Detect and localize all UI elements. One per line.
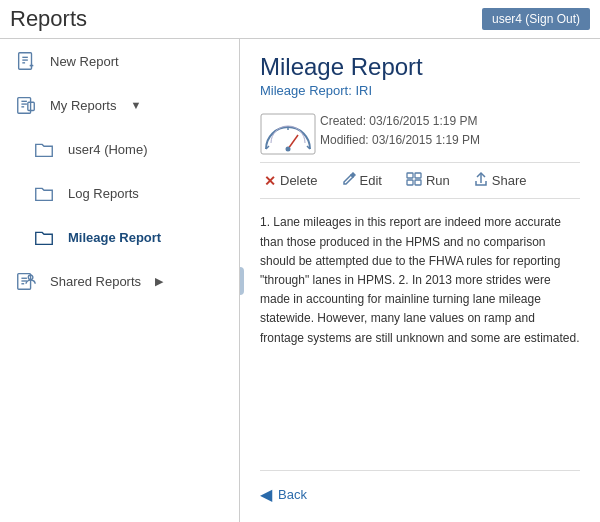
sidebar-item-user4-home[interactable]: user4 (Home) (0, 127, 239, 171)
top-header: Reports user4 (Sign Out) (0, 0, 600, 39)
svg-rect-24 (407, 180, 413, 185)
content-title: Mileage Report (260, 53, 580, 81)
sidebar-item-label: Mileage Report (68, 230, 161, 245)
svg-rect-23 (415, 173, 421, 178)
run-label: Run (426, 173, 450, 188)
modified-text: Modified: 03/16/2015 1:19 PM (320, 131, 480, 150)
sidebar-item-label: user4 (Home) (68, 142, 147, 157)
back-button[interactable]: ◀ Back (260, 481, 307, 508)
page-title: Reports (10, 6, 87, 32)
sidebar-item-my-reports[interactable]: My Reports ▼ (0, 83, 239, 127)
delete-button[interactable]: ✕ Delete (260, 171, 322, 191)
delete-icon: ✕ (264, 173, 276, 189)
sidebar-item-label: My Reports (50, 98, 116, 113)
back-btn-row: ◀ Back (260, 470, 580, 508)
back-label: Back (278, 487, 307, 502)
main-layout: New Report My Reports ▼ (0, 39, 600, 522)
edit-button[interactable]: Edit (338, 170, 386, 191)
shared-reports-icon (12, 267, 40, 295)
sidebar-item-label: Shared Reports (50, 274, 141, 289)
sidebar-item-label: New Report (50, 54, 119, 69)
sidebar-item-mileage-report[interactable]: Mileage Report (0, 215, 239, 259)
my-reports-icon (12, 91, 40, 119)
collapse-handle[interactable]: ‹ (240, 267, 244, 295)
new-report-icon (12, 47, 40, 75)
speedometer-icon (260, 113, 308, 149)
meta-text: Created: 03/16/2015 1:19 PM Modified: 03… (320, 112, 480, 150)
content-area: ‹ Mileage Report Mileage Report: IRI (240, 39, 600, 522)
content-subtitle: Mileage Report: IRI (260, 83, 580, 98)
sidebar: New Report My Reports ▼ (0, 39, 240, 522)
sign-out-button[interactable]: user4 (Sign Out) (482, 8, 590, 30)
back-chevron-icon: ◀ (260, 485, 272, 504)
description-text: 1. Lane mileages in this report are inde… (260, 213, 580, 347)
sidebar-item-shared-reports[interactable]: Shared Reports ▶ (0, 259, 239, 303)
sidebar-item-label: Log Reports (68, 186, 139, 201)
edit-icon (342, 172, 356, 189)
run-icon (406, 172, 422, 189)
share-label: Share (492, 173, 527, 188)
chevron-right-icon: ▶ (155, 275, 163, 288)
edit-label: Edit (360, 173, 382, 188)
sidebar-item-new-report[interactable]: New Report (0, 39, 239, 83)
svg-line-19 (288, 135, 298, 149)
share-button[interactable]: Share (470, 169, 531, 192)
folder-icon (30, 135, 58, 163)
delete-label: Delete (280, 173, 318, 188)
sidebar-item-log-reports[interactable]: Log Reports (0, 171, 239, 215)
share-icon (474, 171, 488, 190)
meta-row: Created: 03/16/2015 1:19 PM Modified: 03… (260, 112, 580, 150)
folder-icon (30, 223, 58, 251)
chevron-down-icon: ▼ (130, 99, 141, 111)
svg-rect-22 (407, 173, 413, 178)
folder-icon (30, 179, 58, 207)
run-button[interactable]: Run (402, 170, 454, 191)
action-bar: ✕ Delete Edit (260, 162, 580, 199)
created-text: Created: 03/16/2015 1:19 PM (320, 112, 480, 131)
svg-point-20 (286, 147, 291, 152)
svg-rect-0 (19, 53, 32, 70)
svg-rect-25 (415, 180, 421, 185)
